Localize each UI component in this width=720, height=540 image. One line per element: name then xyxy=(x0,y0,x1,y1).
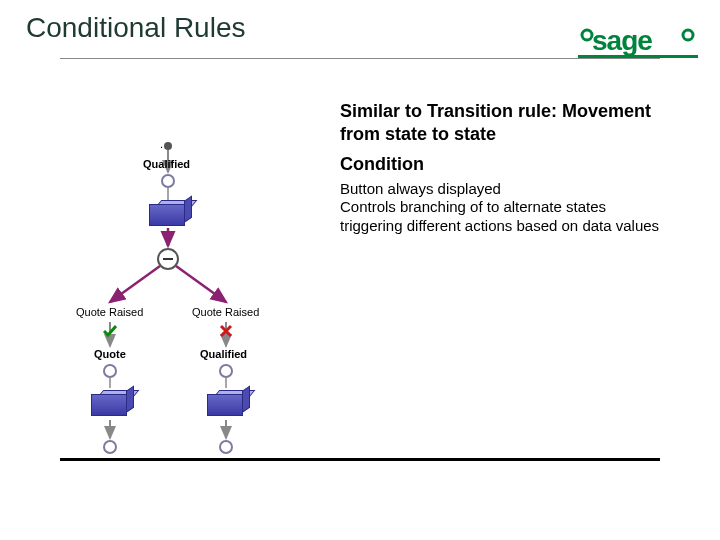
divider-bottom xyxy=(60,458,660,461)
state-box-qualified-right xyxy=(207,390,245,414)
body-line-1: Button always displayed xyxy=(340,180,670,199)
state-box-quote xyxy=(91,390,129,414)
text-column: Similar to Transition rule: Movement fro… xyxy=(340,100,670,236)
divider-top xyxy=(60,58,660,59)
end-ring-qualified-right xyxy=(219,440,233,454)
label-state-qualified-right: Qualified xyxy=(200,348,247,360)
svg-line-8 xyxy=(176,266,226,302)
label-branch-right: Quote Raised xyxy=(192,306,259,318)
state-box-qualified xyxy=(149,200,187,224)
svg-point-3 xyxy=(683,30,693,40)
label-state-quote: Quote xyxy=(94,348,126,360)
diagram-arrows xyxy=(48,142,308,462)
heading-condition: Condition xyxy=(340,153,670,176)
svg-point-2 xyxy=(582,30,592,40)
slide: Conditional Rules sage Similar to Transi… xyxy=(0,0,720,540)
body-line-2: Controls branching of to alternate state… xyxy=(340,198,670,236)
heading-similar: Similar to Transition rule: Movement fro… xyxy=(340,100,670,145)
label-branch-left: Quote Raised xyxy=(76,306,143,318)
workflow-diagram: . Qualified Quote Raised Quote Raised Qu… xyxy=(48,142,308,462)
state-ring-qualified-right xyxy=(219,364,233,378)
start-dot xyxy=(164,142,172,150)
start-dot-label: . xyxy=(160,138,163,150)
cross-icon xyxy=(219,324,233,338)
check-icon xyxy=(103,324,117,338)
state-ring-quote xyxy=(103,364,117,378)
svg-text:sage: sage xyxy=(592,25,652,56)
state-ring-qualified xyxy=(161,174,175,188)
svg-line-7 xyxy=(110,266,160,302)
page-title: Conditional Rules xyxy=(26,12,245,44)
end-ring-quote xyxy=(103,440,117,454)
label-qualified-top: Qualified xyxy=(143,158,190,170)
condition-node-icon xyxy=(157,248,179,270)
